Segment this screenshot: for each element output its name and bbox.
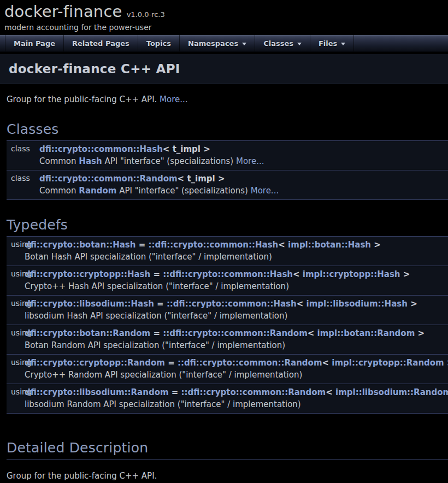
text-segment: libsodium Random API specialization ("in… [25,399,301,409]
nav-tab-namespaces[interactable]: Namespaces [179,35,255,51]
project-name: docker-finance [4,2,122,21]
text-segment: > [444,358,448,368]
text-segment: API "interface" (specializations) [102,156,236,166]
typedefs-table: usingdfi::crypto::botan::Hash = ::dfi::c… [7,237,448,414]
member-link[interactable]: More... [236,156,264,166]
member-keyword: using [7,298,25,322]
nav-tab-classes[interactable]: Classes [255,35,310,51]
member-description: libsodium Hash API specialization ("inte… [25,310,448,322]
text-segment: < [326,387,335,397]
text-segment: < [322,358,332,368]
page-contents: Group for the public-facing C++ API. Mor… [0,95,448,483]
member-declaration: dfi::crypto::common::Random< t_impl > [39,173,448,185]
text-segment: = [150,328,163,338]
member-content: dfi::crypto::cryptopp::Hash = ::dfi::cry… [25,268,448,292]
text-segment: = [135,240,148,250]
text-segment: < [297,299,306,309]
member-link[interactable]: ::dfi::crypto::common::Random [163,328,308,338]
nav-tab-label: Files [319,39,337,48]
member-declaration: dfi::crypto::cryptopp::Random = ::dfi::c… [25,357,448,369]
member-content: dfi::crypto::botan::Hash = ::dfi::crypto… [25,239,448,263]
nav-tab-label: Related Pages [72,39,129,48]
page-title: docker-finance C++ API [9,62,180,76]
project-brief: modern accounting for the power-user [4,23,448,32]
member-link[interactable]: dfi::crypto::common::Random [39,174,178,184]
typedef-row: usingdfi::crypto::cryptopp::Hash = ::dfi… [7,266,448,296]
typedef-row: usingdfi::crypto::libsodium::Hash = ::df… [7,296,448,325]
more-link[interactable]: More... [160,95,188,104]
text-segment: < t_impl > [178,174,225,184]
member-declaration: dfi::crypto::libsodium::Hash = ::dfi::cr… [25,298,448,310]
member-link[interactable]: More... [251,186,279,196]
main-navbar: Main Page Related Pages Topics Namespace… [0,35,448,52]
member-declaration: dfi::crypto::botan::Random = ::dfi::cryp… [25,327,448,339]
nav-tab-label: Classes [263,39,293,48]
nav-tab-files[interactable]: Files [310,35,354,51]
member-link[interactable]: Random [79,186,116,196]
text-segment: > [408,299,417,309]
member-content: dfi::crypto::common::Hash< t_impl >Commo… [39,143,448,167]
member-keyword: using [7,386,25,410]
member-link[interactable]: ::dfi::crypto::common::Random [181,387,326,397]
member-keyword: using [7,268,25,292]
member-link[interactable]: impl::cryptopp::Random [332,358,444,368]
member-link[interactable]: dfi::crypto::libsodium::Hash [25,299,154,309]
text-segment: Common [39,156,79,166]
member-link[interactable]: impl::libsodium::Random [335,387,448,397]
member-description: Botan Random API specialization ("interf… [25,339,448,351]
nav-tab-label: Main Page [14,39,55,48]
nav-tab-related-pages[interactable]: Related Pages [63,35,138,51]
typedef-row: usingdfi::crypto::libsodium::Random = ::… [7,384,448,414]
text-segment: Common [39,186,79,196]
member-link[interactable]: impl::botan::Random [317,328,415,338]
member-link[interactable]: impl::cryptopp::Hash [303,269,400,279]
detailed-paragraph: Group for the public-facing C++ API. [7,471,448,481]
text-segment: > [415,328,425,338]
text-segment: < [278,240,288,250]
member-link[interactable]: ::dfi::crypto::common::Hash [167,299,297,309]
text-segment: > [400,269,410,279]
member-declaration: dfi::crypto::libsodium::Random = ::dfi::… [25,386,448,398]
member-link[interactable]: ::dfi::crypto::common::Hash [163,269,293,279]
member-link[interactable]: impl::botan::Hash [288,240,371,250]
project-version: v1.0.0-rc.3 [127,10,165,19]
member-link[interactable]: dfi::crypto::common::Hash [39,144,163,154]
member-description: Crypto++ Random API specialization ("int… [25,369,448,381]
text-segment: libsodium Hash API specialization ("inte… [25,311,287,321]
text-segment: < [293,269,303,279]
class-row: classdfi::crypto::common::Hash< t_impl >… [7,141,448,170]
member-description: Common Hash API "interface" (specializat… [39,155,448,167]
page-title-band: docker-finance C++ API [0,54,448,84]
text-segment: Botan Random API specialization ("interf… [25,340,285,350]
member-keyword: class [7,143,39,167]
section-heading-typedefs: Typedefs [7,217,448,237]
member-link[interactable]: dfi::crypto::cryptopp::Hash [25,269,150,279]
member-description: Crypto++ Hash API specialization ("inter… [25,280,448,292]
nav-tab-topics[interactable]: Topics [138,35,179,51]
text-segment: Botan Hash API specialization ("interfac… [25,252,272,262]
text-segment: = [169,387,181,397]
member-keyword: using [7,239,25,263]
chevron-down-icon [242,43,246,45]
member-link[interactable]: ::dfi::crypto::common::Random [178,358,322,368]
nav-tab-label: Namespaces [188,39,238,48]
member-description: libsodium Random API specialization ("in… [25,398,448,410]
member-declaration: dfi::crypto::common::Hash< t_impl > [39,143,448,155]
text-segment: > [371,240,381,250]
nav-tab-main-page[interactable]: Main Page [5,35,63,51]
member-link[interactable]: Hash [79,156,102,166]
member-content: dfi::crypto::libsodium::Random = ::dfi::… [25,386,448,410]
member-link[interactable]: dfi::crypto::libsodium::Random [25,387,169,397]
member-declaration: dfi::crypto::cryptopp::Hash = ::dfi::cry… [25,268,448,280]
member-link[interactable]: ::dfi::crypto::common::Hash [148,240,278,250]
member-link[interactable]: dfi::crypto::cryptopp::Random [25,358,165,368]
member-declaration: dfi::crypto::botan::Hash = ::dfi::crypto… [25,239,448,251]
member-link[interactable]: dfi::crypto::botan::Hash [25,240,135,250]
text-segment: API "interface" (specializations) [116,186,250,196]
nav-tab-list: Main Page Related Pages Topics Namespace… [0,35,448,51]
member-link[interactable]: impl::libsodium::Hash [306,299,408,309]
member-content: dfi::crypto::cryptopp::Random = ::dfi::c… [25,357,448,381]
member-link[interactable]: dfi::crypto::botan::Random [25,328,150,338]
member-description: Common Random API "interface" (specializ… [39,185,448,197]
project-header: docker-finance v1.0.0-rc.3 modern accoun… [0,0,448,32]
